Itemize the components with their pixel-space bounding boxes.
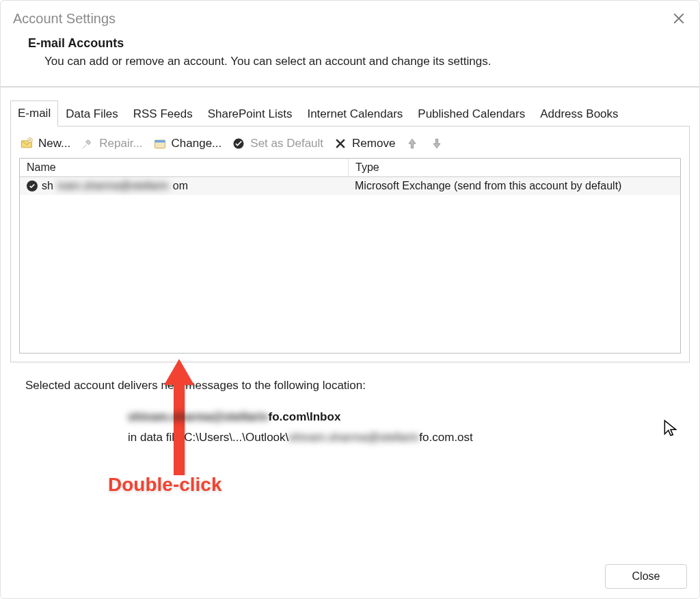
- change-icon: [152, 136, 167, 151]
- change-button[interactable]: Change...: [152, 136, 222, 151]
- footer-datafile-blurred: shivam.sharma@stellarin: [288, 431, 419, 444]
- arrow-up-icon: [405, 136, 420, 151]
- set-default-label: Set as Default: [250, 137, 323, 150]
- new-button[interactable]: New...: [19, 136, 70, 151]
- titlebar: Account Settings: [1, 1, 699, 31]
- header-subtext: You can add or remove an account. You ca…: [28, 55, 672, 68]
- set-default-button: Set as Default: [231, 136, 323, 151]
- change-label: Change...: [172, 137, 222, 150]
- list-headers: Name Type: [20, 159, 680, 177]
- close-icon[interactable]: [671, 10, 687, 27]
- account-settings-dialog: Account Settings E-mail Accounts You can…: [0, 0, 700, 599]
- footer-location-suffix: fo.com\Inbox: [269, 410, 341, 424]
- move-down-button: [429, 136, 444, 151]
- tab-address-books[interactable]: Address Books: [533, 101, 625, 127]
- footer-location-line: shivam.sharma@stellarinfo.com\Inbox: [128, 410, 690, 424]
- new-label: New...: [38, 137, 70, 150]
- tab-published-calendars[interactable]: Published Calendars: [410, 101, 533, 127]
- repair-label: Repair...: [99, 137, 142, 150]
- new-icon: [19, 136, 34, 151]
- tab-email[interactable]: E-mail: [10, 101, 58, 127]
- tab-sharepoint-lists[interactable]: SharePoint Lists: [200, 101, 300, 127]
- arrow-down-icon: [429, 136, 444, 151]
- tab-data-files[interactable]: Data Files: [58, 101, 126, 127]
- column-name[interactable]: Name: [20, 159, 349, 176]
- set-default-icon: [231, 136, 246, 151]
- account-name-prefix: sh: [42, 180, 53, 192]
- toolbar: New... Repair... Change...: [19, 136, 681, 151]
- dialog-title: Account Settings: [13, 11, 116, 27]
- tab-rss-feeds[interactable]: RSS Feeds: [126, 101, 200, 127]
- footer-block: shivam.sharma@stellarinfo.com\Inbox in d…: [10, 410, 690, 444]
- account-type-cell: Microsoft Exchange (send from this accou…: [348, 178, 680, 194]
- repair-icon: [80, 136, 95, 151]
- remove-button[interactable]: Remove: [333, 136, 395, 151]
- header-heading: E-mail Accounts: [28, 36, 672, 51]
- move-up-button: [405, 136, 420, 151]
- tab-body: New... Repair... Change...: [10, 126, 690, 362]
- footer-datafile-prefix: in data file C:\Users\...\Outlook\: [128, 431, 288, 444]
- close-button[interactable]: Close: [605, 564, 687, 589]
- remove-icon: [333, 136, 348, 151]
- footer-lead: Selected account delivers new messages t…: [10, 362, 690, 392]
- remove-label: Remove: [352, 137, 395, 150]
- svg-rect-3: [154, 140, 165, 142]
- footer-datafile-line: in data file C:\Users\...\Outlook\shivam…: [128, 431, 690, 444]
- account-name-suffix: om: [173, 180, 188, 192]
- content-area: E-mail Data Files RSS Feeds SharePoint L…: [1, 88, 699, 444]
- footer-location-blurred: shivam.sharma@stellarin: [128, 410, 269, 424]
- account-list: Name Type shivam.sharma@stellarinom Micr…: [19, 158, 681, 354]
- annotation-label: Double-click: [108, 474, 221, 496]
- account-name-blurred: ivam.sharma@stellarin: [57, 180, 169, 192]
- account-name-cell: shivam.sharma@stellarinom: [20, 178, 348, 194]
- tabs: E-mail Data Files RSS Feeds SharePoint L…: [10, 100, 690, 126]
- repair-button: Repair...: [80, 136, 142, 151]
- tab-internet-calendars[interactable]: Internet Calendars: [299, 101, 410, 127]
- footer-datafile-suffix: fo.com.ost: [419, 431, 472, 444]
- column-type[interactable]: Type: [349, 159, 680, 176]
- header-area: E-mail Accounts You can add or remove an…: [1, 31, 699, 86]
- default-check-icon: [27, 181, 38, 191]
- account-row[interactable]: shivam.sharma@stellarinom Microsoft Exch…: [20, 177, 680, 195]
